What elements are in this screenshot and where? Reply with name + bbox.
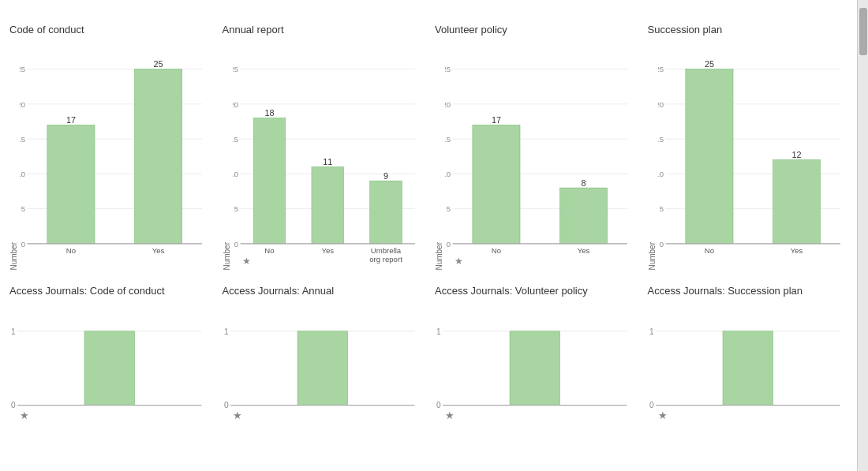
svg-text:org report: org report bbox=[369, 255, 402, 264]
svg-text:0: 0 bbox=[649, 401, 653, 409]
chart-inner-code-of-conduct: 051015202517No25Yes bbox=[20, 52, 210, 271]
svg-rect-75 bbox=[685, 69, 732, 244]
svg-text:25: 25 bbox=[445, 65, 451, 73]
svg-text:15: 15 bbox=[445, 135, 451, 144]
svg-text:1: 1 bbox=[11, 327, 16, 335]
chart-area-volunteer-policy: Number051015202517No8Yes★ bbox=[435, 52, 635, 271]
chart-section-access-code-of-conduct: Access Journals: Code of conduct01★ bbox=[9, 285, 210, 423]
svg-text:No: No bbox=[704, 246, 713, 255]
chart-inner-access-code-of-conduct: 01★ bbox=[9, 313, 210, 423]
chart-inner-volunteer-policy: 051015202517No8Yes★ bbox=[445, 52, 635, 271]
svg-text:8: 8 bbox=[582, 178, 586, 188]
chart-section-code-of-conduct: Code of conductNumber051015202517No25Yes bbox=[9, 24, 210, 271]
chart-title-access-volunteer-policy: Access Journals: Volunteer policy bbox=[435, 285, 635, 310]
svg-text:Yes: Yes bbox=[790, 246, 803, 255]
svg-text:10: 10 bbox=[20, 170, 25, 178]
y-axis-label-volunteer-policy: Number bbox=[435, 242, 443, 271]
svg-text:17: 17 bbox=[66, 115, 76, 125]
chart-title-access-annual: Access Journals: Annual bbox=[223, 285, 423, 310]
svg-rect-107 bbox=[723, 331, 773, 405]
svg-text:20: 20 bbox=[20, 100, 25, 109]
svg-text:12: 12 bbox=[791, 150, 801, 159]
chart-title-access-code-of-conduct: Access Journals: Code of conduct bbox=[9, 285, 210, 310]
scrollbar-thumb[interactable] bbox=[859, 8, 867, 55]
svg-rect-86 bbox=[84, 331, 134, 405]
svg-text:5: 5 bbox=[21, 204, 25, 213]
svg-text:★: ★ bbox=[232, 410, 241, 421]
svg-text:1: 1 bbox=[649, 327, 653, 335]
chart-title-succession-plan: Succession plan bbox=[648, 24, 848, 49]
svg-text:5: 5 bbox=[234, 204, 238, 213]
chart-title-access-succession-plan: Access Journals: Succession plan bbox=[648, 285, 848, 310]
svg-text:★: ★ bbox=[455, 256, 463, 267]
chart-section-access-annual: Access Journals: Annual01★ bbox=[223, 285, 423, 423]
svg-text:25: 25 bbox=[233, 65, 238, 73]
svg-text:15: 15 bbox=[233, 135, 238, 144]
svg-text:15: 15 bbox=[20, 135, 25, 144]
chart-title-volunteer-policy: Volunteer policy bbox=[435, 24, 635, 49]
svg-text:10: 10 bbox=[233, 170, 238, 178]
svg-text:20: 20 bbox=[445, 100, 451, 109]
chart-inner-access-annual: 01★ bbox=[223, 313, 423, 423]
charts-row1: Code of conductNumber051015202517No25Yes… bbox=[9, 24, 847, 271]
chart-inner-access-volunteer-policy: 01★ bbox=[435, 313, 635, 423]
chart-area-access-volunteer-policy: 01★ bbox=[435, 313, 635, 423]
y-axis-label-succession-plan: Number bbox=[648, 242, 657, 271]
svg-text:Yes: Yes bbox=[578, 246, 590, 255]
svg-text:10: 10 bbox=[658, 170, 664, 178]
svg-text:★: ★ bbox=[20, 410, 29, 421]
svg-text:5: 5 bbox=[659, 204, 663, 213]
y-axis-label-annual-report: Number bbox=[223, 242, 231, 271]
svg-rect-34 bbox=[311, 167, 343, 244]
svg-text:25: 25 bbox=[704, 59, 713, 69]
svg-text:0: 0 bbox=[436, 401, 441, 409]
chart-section-access-volunteer-policy: Access Journals: Volunteer policy01★ bbox=[435, 285, 635, 423]
svg-text:5: 5 bbox=[447, 204, 451, 213]
chart-area-succession-plan: Number051015202525No12Yes bbox=[648, 52, 848, 271]
svg-rect-37 bbox=[369, 181, 402, 244]
y-axis-label-code-of-conduct: Number bbox=[9, 242, 18, 271]
svg-text:15: 15 bbox=[658, 135, 664, 144]
chart-section-access-succession-plan: Access Journals: Succession plan01★ bbox=[648, 285, 848, 423]
svg-text:25: 25 bbox=[658, 65, 664, 73]
svg-text:20: 20 bbox=[658, 100, 664, 109]
scrollbar-sidebar[interactable] bbox=[857, 0, 868, 471]
svg-rect-93 bbox=[297, 331, 347, 405]
svg-text:No: No bbox=[66, 246, 76, 255]
svg-rect-31 bbox=[253, 118, 286, 244]
svg-text:25: 25 bbox=[154, 59, 163, 69]
svg-text:★: ★ bbox=[445, 410, 455, 421]
svg-text:17: 17 bbox=[492, 115, 501, 125]
svg-rect-12 bbox=[47, 125, 95, 243]
chart-area-access-code-of-conduct: 01★ bbox=[9, 313, 210, 423]
svg-text:25: 25 bbox=[20, 65, 25, 73]
svg-text:★: ★ bbox=[242, 256, 251, 267]
main-content: Code of conductNumber051015202517No25Yes… bbox=[0, 0, 857, 471]
chart-inner-access-succession-plan: 01★ bbox=[648, 313, 848, 423]
chart-inner-succession-plan: 051015202525No12Yes bbox=[658, 52, 848, 271]
charts-row2: Access Journals: Code of conduct01★Acces… bbox=[9, 285, 847, 423]
svg-text:Yes: Yes bbox=[321, 246, 334, 255]
svg-rect-78 bbox=[773, 160, 820, 244]
svg-rect-100 bbox=[510, 331, 559, 405]
svg-text:0: 0 bbox=[21, 240, 25, 249]
svg-text:20: 20 bbox=[233, 100, 238, 109]
svg-text:Umbrella: Umbrella bbox=[370, 246, 401, 255]
svg-text:No: No bbox=[492, 246, 501, 255]
chart-area-code-of-conduct: Number051015202517No25Yes bbox=[9, 52, 210, 271]
svg-text:9: 9 bbox=[383, 171, 387, 181]
svg-text:★: ★ bbox=[657, 410, 667, 421]
svg-text:0: 0 bbox=[11, 401, 16, 409]
svg-text:0: 0 bbox=[223, 401, 228, 409]
svg-rect-58 bbox=[560, 188, 608, 244]
svg-text:10: 10 bbox=[445, 170, 451, 178]
chart-section-annual-report: Annual reportNumber051015202518No11Yes9U… bbox=[223, 24, 423, 271]
svg-text:11: 11 bbox=[323, 157, 332, 166]
chart-section-volunteer-policy: Volunteer policyNumber051015202517No8Yes… bbox=[435, 24, 635, 271]
svg-text:0: 0 bbox=[659, 240, 663, 249]
chart-section-succession-plan: Succession planNumber051015202525No12Yes bbox=[648, 24, 848, 271]
svg-text:0: 0 bbox=[234, 240, 238, 249]
svg-text:1: 1 bbox=[223, 327, 228, 335]
svg-text:Yes: Yes bbox=[152, 246, 165, 255]
chart-area-annual-report: Number051015202518No11Yes9Umbrellaorg re… bbox=[223, 52, 423, 271]
